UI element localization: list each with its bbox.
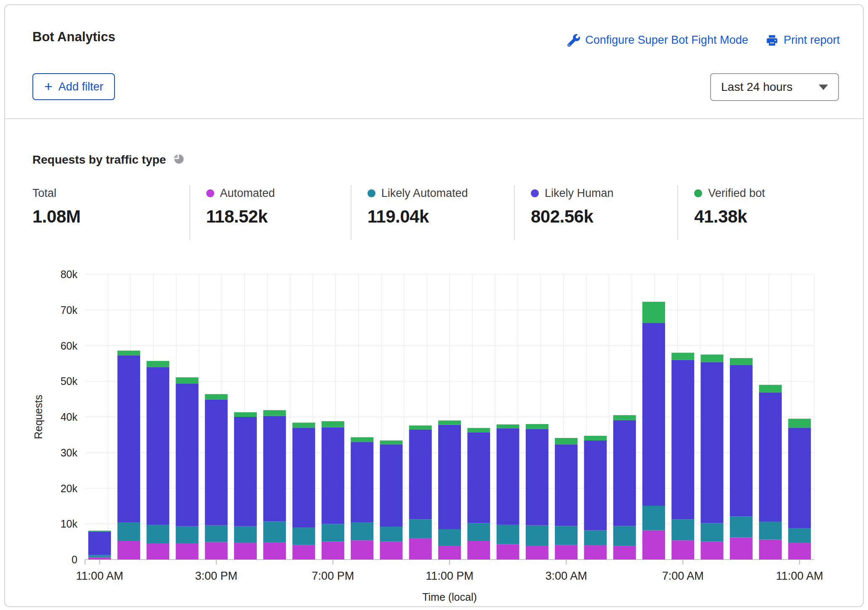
bar-segment-automated[interactable] xyxy=(613,546,636,560)
bar-segment-automated[interactable] xyxy=(555,545,578,560)
bar-segment-verified-bot[interactable] xyxy=(146,361,169,367)
bar-segment-likely-human[interactable] xyxy=(380,444,402,527)
bar-9-00-am[interactable] xyxy=(730,358,753,560)
bar-segment-likely-human[interactable] xyxy=(234,417,257,526)
bar-6-00-am[interactable] xyxy=(642,302,665,560)
bar-segment-verified-bot[interactable] xyxy=(584,436,607,440)
bar-segment-likely-automated[interactable] xyxy=(88,555,111,557)
stat-automated[interactable]: Automated118.52k xyxy=(189,185,351,240)
bar-segment-likely-automated[interactable] xyxy=(263,521,286,542)
bar-segment-verified-bot[interactable] xyxy=(438,420,461,424)
bar-segment-automated[interactable] xyxy=(176,543,198,560)
bar-11-00-am[interactable] xyxy=(788,419,811,560)
bar-9-00-pm[interactable] xyxy=(380,440,402,560)
bar-segment-likely-human[interactable] xyxy=(467,432,490,523)
bar-segment-automated[interactable] xyxy=(88,557,111,560)
bar-segment-verified-bot[interactable] xyxy=(788,419,811,427)
bar-segment-verified-bot[interactable] xyxy=(263,410,286,416)
stat-total[interactable]: Total1.08M xyxy=(32,185,189,240)
bar-segment-likely-automated[interactable] xyxy=(613,526,636,546)
bar-segment-automated[interactable] xyxy=(759,540,782,560)
bar-segment-likely-human[interactable] xyxy=(701,362,724,523)
bar-segment-likely-human[interactable] xyxy=(117,355,140,522)
bar-segment-likely-human[interactable] xyxy=(351,442,373,522)
bar-segment-automated[interactable] xyxy=(351,540,373,560)
bar-segment-verified-bot[interactable] xyxy=(671,353,694,360)
bar-11-00-am[interactable] xyxy=(88,530,111,560)
bar-segment-automated[interactable] xyxy=(322,542,344,560)
bar-segment-automated[interactable] xyxy=(409,538,432,560)
bar-segment-likely-automated[interactable] xyxy=(788,528,811,543)
bar-segment-likely-human[interactable] xyxy=(263,416,286,521)
bar-segment-verified-bot[interactable] xyxy=(701,355,724,362)
bar-segment-verified-bot[interactable] xyxy=(467,428,490,432)
bar-5-00-am[interactable] xyxy=(613,415,636,560)
bar-12-00-pm[interactable] xyxy=(117,350,140,560)
bar-segment-automated[interactable] xyxy=(526,546,548,560)
bar-segment-verified-bot[interactable] xyxy=(759,385,782,393)
bar-segment-likely-human[interactable] xyxy=(497,428,519,525)
bar-11-00-pm[interactable] xyxy=(438,420,461,560)
bar-segment-likely-automated[interactable] xyxy=(759,522,782,539)
bar-segment-likely-automated[interactable] xyxy=(117,522,140,541)
stat-likely-automated[interactable]: Likely Automated119.04k xyxy=(351,185,514,240)
bar-segment-likely-human[interactable] xyxy=(146,367,169,525)
bar-segment-likely-automated[interactable] xyxy=(467,523,490,541)
bar-3-00-pm[interactable] xyxy=(205,394,228,560)
bar-segment-automated[interactable] xyxy=(438,546,461,560)
stat-verified-bot[interactable]: Verified bot41.38k xyxy=(677,185,846,240)
bar-segment-verified-bot[interactable] xyxy=(351,437,373,442)
bar-10-00-am[interactable] xyxy=(759,385,782,560)
bar-segment-likely-automated[interactable] xyxy=(205,525,228,542)
bar-segment-likely-automated[interactable] xyxy=(555,526,578,545)
bar-segment-likely-human[interactable] xyxy=(584,440,607,530)
bar-segment-likely-automated[interactable] xyxy=(526,525,548,546)
bar-5-00-pm[interactable] xyxy=(263,410,286,560)
print-report-link[interactable]: Print report xyxy=(766,34,840,47)
bar-segment-likely-automated[interactable] xyxy=(293,528,315,545)
bar-segment-likely-automated[interactable] xyxy=(409,519,432,538)
bar-segment-verified-bot[interactable] xyxy=(117,350,140,355)
bar-segment-verified-bot[interactable] xyxy=(613,415,636,420)
bar-segment-verified-bot[interactable] xyxy=(380,440,402,444)
bar-4-00-pm[interactable] xyxy=(234,412,257,560)
add-filter-button[interactable]: + Add filter xyxy=(32,73,115,100)
bar-segment-likely-automated[interactable] xyxy=(146,525,169,543)
bar-segment-likely-automated[interactable] xyxy=(380,527,402,542)
bar-segment-automated[interactable] xyxy=(293,545,315,560)
bar-12-00-am[interactable] xyxy=(467,428,490,560)
bar-segment-likely-human[interactable] xyxy=(642,323,665,506)
bar-1-00-pm[interactable] xyxy=(146,361,169,560)
bar-segment-automated[interactable] xyxy=(205,542,228,560)
bar-segment-likely-human[interactable] xyxy=(788,427,811,528)
bar-segment-verified-bot[interactable] xyxy=(322,421,344,427)
bar-8-00-pm[interactable] xyxy=(351,437,373,560)
stat-likely-human[interactable]: Likely Human802.56k xyxy=(514,185,677,240)
bar-segment-likely-human[interactable] xyxy=(322,427,344,524)
bar-segment-automated[interactable] xyxy=(467,541,490,560)
bar-1-00-am[interactable] xyxy=(497,424,519,560)
bar-segment-automated[interactable] xyxy=(671,540,694,560)
bar-segment-verified-bot[interactable] xyxy=(234,412,257,417)
bar-segment-likely-automated[interactable] xyxy=(584,530,607,546)
bar-segment-verified-bot[interactable] xyxy=(293,423,315,428)
bar-segment-automated[interactable] xyxy=(234,543,257,560)
bar-3-00-am[interactable] xyxy=(555,438,578,560)
bar-segment-automated[interactable] xyxy=(584,545,607,560)
bar-segment-verified-bot[interactable] xyxy=(526,424,548,429)
bar-7-00-pm[interactable] xyxy=(322,421,344,560)
bar-segment-automated[interactable] xyxy=(497,544,519,560)
bar-segment-automated[interactable] xyxy=(701,542,724,560)
bar-segment-likely-automated[interactable] xyxy=(642,506,665,530)
bar-segment-likely-human[interactable] xyxy=(176,383,198,526)
bar-segment-likely-automated[interactable] xyxy=(438,529,461,546)
bar-segment-verified-bot[interactable] xyxy=(555,438,578,444)
bar-segment-verified-bot[interactable] xyxy=(497,424,519,428)
bar-segment-verified-bot[interactable] xyxy=(730,358,753,365)
bar-segment-automated[interactable] xyxy=(146,543,169,560)
bar-2-00-pm[interactable] xyxy=(176,377,198,560)
bar-segment-likely-automated[interactable] xyxy=(322,524,344,541)
bar-segment-likely-human[interactable] xyxy=(438,425,461,529)
bar-segment-verified-bot[interactable] xyxy=(409,425,432,429)
bar-segment-likely-human[interactable] xyxy=(293,427,315,528)
